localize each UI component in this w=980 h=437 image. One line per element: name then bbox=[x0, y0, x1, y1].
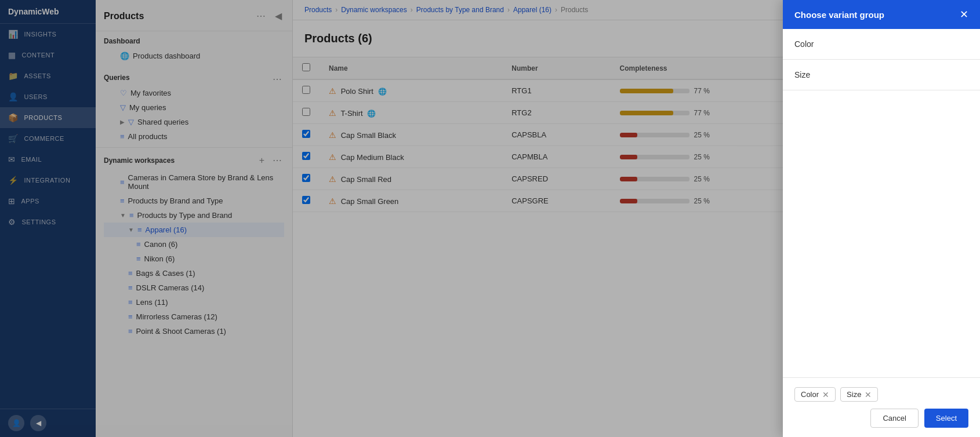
variant-option-label: Color bbox=[794, 39, 814, 49]
modal-title: Choose variant group bbox=[794, 10, 884, 20]
modal-footer: Color✕Size✕ Cancel Select bbox=[783, 377, 980, 437]
tag-remove-button[interactable]: ✕ bbox=[822, 391, 829, 399]
modal-buttons: Cancel Select bbox=[794, 409, 968, 428]
variant-option-label: Size bbox=[794, 70, 810, 79]
selected-tag-size: Size✕ bbox=[840, 387, 878, 402]
tag-label: Color bbox=[801, 390, 819, 399]
select-button[interactable]: Select bbox=[924, 409, 968, 428]
tag-label: Size bbox=[847, 390, 861, 399]
modal-close-button[interactable]: ✕ bbox=[960, 9, 968, 20]
modal-panel: Choose variant group ✕ ColorSize Color✕S… bbox=[783, 0, 980, 437]
modal-body: ColorSize bbox=[783, 29, 980, 377]
variant-option-size[interactable]: Size bbox=[783, 60, 980, 90]
modal-overlay: Choose variant group ✕ ColorSize Color✕S… bbox=[0, 0, 980, 437]
modal-header: Choose variant group ✕ bbox=[783, 0, 980, 29]
variant-options-list: ColorSize bbox=[783, 29, 980, 90]
selected-tag-color: Color✕ bbox=[794, 387, 836, 402]
variant-option-color[interactable]: Color bbox=[783, 29, 980, 60]
cancel-button[interactable]: Cancel bbox=[870, 409, 918, 428]
selected-tags: Color✕Size✕ bbox=[794, 387, 968, 402]
tag-remove-button[interactable]: ✕ bbox=[865, 391, 872, 399]
